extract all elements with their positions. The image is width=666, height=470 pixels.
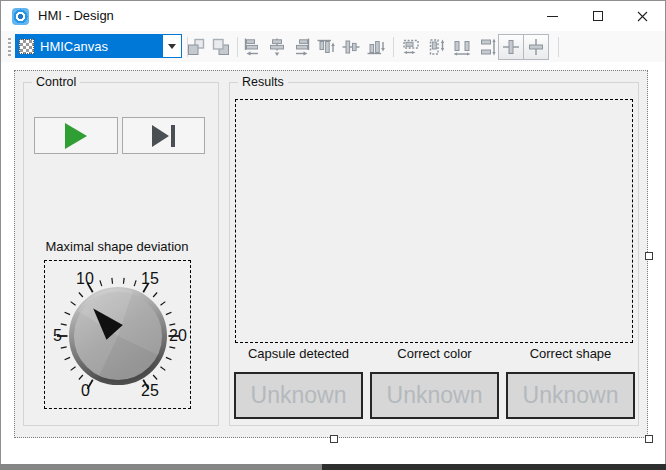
- toolbar-grip[interactable]: [8, 38, 11, 56]
- align-lefts-icon: [242, 37, 262, 57]
- align-centers-button[interactable]: [264, 34, 290, 60]
- align-middles-icon: [341, 37, 361, 57]
- indicator-value: Unknown: [251, 382, 347, 409]
- center-vertically-icon: [526, 37, 546, 57]
- minimize-button[interactable]: [530, 1, 575, 31]
- indicator-panel-color[interactable]: Unknown: [370, 372, 499, 419]
- send-to-back-icon: [211, 37, 231, 57]
- make-same-width-button[interactable]: [398, 34, 424, 60]
- make-same-height-button[interactable]: [424, 34, 450, 60]
- resize-handle-right[interactable]: [645, 252, 653, 260]
- indicator-label-capsule: Capsule detected: [234, 346, 363, 361]
- step-forward-icon: [152, 125, 175, 147]
- designer-background: Control Maximal shape deviation: [1, 62, 665, 464]
- bring-to-front-icon: [186, 37, 206, 57]
- combobox-value: HMICanvas: [40, 39, 108, 54]
- knob-scale-label: 5: [53, 327, 62, 345]
- toolbar-separator: [393, 37, 394, 57]
- minimize-icon: [547, 16, 558, 17]
- indicator-label-color: Correct color: [370, 346, 499, 361]
- knob-scale-label: 20: [169, 327, 187, 345]
- desktop-strip-left: [0, 464, 322, 470]
- maximize-button[interactable]: [575, 1, 620, 31]
- horizontal-spacing-icon: [452, 37, 472, 57]
- center-vertically-button[interactable]: [523, 34, 549, 60]
- vertical-spacing-icon: [477, 37, 497, 57]
- step-button[interactable]: [122, 117, 205, 154]
- align-rights-button[interactable]: [289, 34, 315, 60]
- indicator-label-shape: Correct shape: [506, 346, 635, 361]
- align-lefts-button[interactable]: [239, 34, 265, 60]
- close-button[interactable]: [620, 1, 665, 31]
- vertical-spacing-button[interactable]: [474, 34, 500, 60]
- knob-scale-label: 0: [81, 382, 90, 400]
- window-controls: [530, 1, 665, 31]
- horizontal-spacing-button[interactable]: [449, 34, 475, 60]
- combobox-selection: HMICanvas: [16, 35, 162, 57]
- close-icon: [637, 11, 648, 22]
- center-horizontally-button[interactable]: [498, 34, 524, 60]
- align-bottoms-button[interactable]: [363, 34, 389, 60]
- control-groupbox-label: Control: [32, 75, 80, 89]
- align-centers-icon: [267, 37, 287, 57]
- resize-handle-corner[interactable]: [645, 435, 653, 443]
- indicator-panel-capsule[interactable]: Unknown: [234, 372, 363, 419]
- toolbar-separator: [237, 37, 238, 57]
- resize-handle-bottom[interactable]: [330, 435, 338, 443]
- canvas-selector-combobox[interactable]: HMICanvas: [15, 34, 182, 58]
- play-icon: [65, 123, 87, 149]
- make-same-width-icon: [401, 37, 421, 57]
- maximize-icon: [593, 11, 603, 21]
- hmi-canvas[interactable]: Control Maximal shape deviation: [14, 70, 648, 438]
- results-groupbox-label: Results: [238, 75, 288, 89]
- align-rights-icon: [292, 37, 312, 57]
- indicator-panel-shape[interactable]: Unknown: [506, 372, 635, 419]
- window-title: HMI - Design: [38, 1, 114, 31]
- play-button[interactable]: [34, 117, 118, 154]
- send-to-back-button[interactable]: [208, 34, 234, 60]
- bring-to-front-button[interactable]: [183, 34, 209, 60]
- align-tops-button[interactable]: [313, 34, 339, 60]
- toolbar-separator: [558, 37, 559, 57]
- results-picturebox[interactable]: [235, 99, 633, 343]
- title-bar[interactable]: HMI - Design: [1, 1, 665, 31]
- designer-toolbar: HMICanvas: [1, 31, 665, 62]
- screenshot: HMI - Design HMICanvas: [0, 0, 666, 470]
- knob-scale-label: 15: [141, 270, 159, 288]
- knob-scale-label: 25: [141, 382, 159, 400]
- align-middles-button[interactable]: [338, 34, 364, 60]
- align-tops-icon: [316, 37, 336, 57]
- desktop-strip-right: [322, 464, 666, 470]
- indicator-value: Unknown: [523, 382, 619, 409]
- app-window: HMI - Design HMICanvas: [0, 0, 666, 464]
- combobox-dropdown-button[interactable]: [162, 35, 181, 57]
- make-same-height-icon: [427, 37, 447, 57]
- align-bottoms-icon: [366, 37, 386, 57]
- center-horizontally-icon: [501, 37, 521, 57]
- chevron-down-icon: [168, 44, 176, 49]
- knob-label: Maximal shape deviation: [45, 239, 188, 254]
- knob-scale-label: 10: [76, 270, 94, 288]
- indicator-value: Unknown: [387, 382, 483, 409]
- canvas-thumbnail-icon: [19, 39, 34, 54]
- app-icon: [12, 8, 29, 25]
